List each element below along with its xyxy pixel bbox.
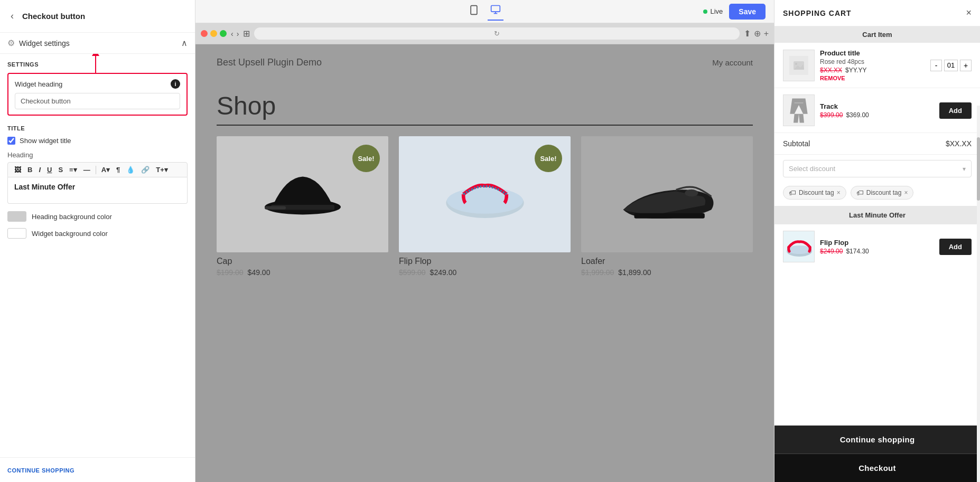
toolbar-hr-button[interactable]: —	[81, 165, 92, 175]
toolbar-paragraph-button[interactable]: ¶	[114, 165, 122, 175]
toolbar-link-button[interactable]: 🔗	[139, 165, 152, 175]
cart-item-image-product	[783, 50, 815, 81]
cart-item-title-product: Product title	[820, 49, 925, 57]
desktop-device-button[interactable]	[488, 2, 503, 21]
cart-item-section-label: Cart Item	[774, 26, 980, 43]
heading-editor[interactable]: Last Minute Offer	[7, 177, 188, 204]
toolbar-right: Live Save	[512, 4, 766, 20]
upsell-item-image	[783, 231, 815, 262]
site-content: Shop Sale! Cap	[195, 81, 774, 287]
product-card-cap: Sale! Cap $199.00 $49.00	[217, 136, 388, 277]
cart-item-info-track: Track $399.00 $369.00	[820, 102, 934, 119]
cart-footer: Continue shopping Checkout	[774, 426, 980, 482]
cart-item-prices-product: $XX.XX $YY.YY	[820, 67, 925, 74]
placeholder-image-icon	[789, 56, 808, 75]
url-bar: ↻	[254, 27, 739, 40]
panel-title: Checkout button	[22, 12, 85, 21]
loafer-old-price: $1,999.00	[581, 268, 614, 277]
discount-dropdown-arrow-icon: ▾	[963, 165, 966, 173]
widget-heading-area: Widget heading i	[7, 73, 188, 116]
my-account-link[interactable]: My account	[712, 58, 753, 67]
toolbar-italic-button[interactable]: I	[36, 165, 43, 175]
cart-item-image-track	[783, 94, 815, 126]
discount-tag-2-label: Discount tag	[866, 189, 902, 196]
save-button[interactable]: Save	[729, 4, 766, 20]
collapse-button[interactable]: ∧	[181, 38, 188, 48]
upsell-new-price: $174.30	[846, 248, 869, 255]
show-widget-title-checkbox[interactable]	[7, 137, 15, 145]
product-card-flipflop: Sale! Flip Flop $599.00 $249.00	[399, 136, 571, 277]
widget-bg-color-label: Widget background color	[32, 230, 108, 238]
editor-toolbar: 🖼 B I U S ≡▾ — A▾ ¶ 💧 🔗 T+▾	[7, 162, 188, 177]
upsell-flipflop-illustration	[783, 231, 815, 262]
cart-old-price-product: $XX.XX	[820, 67, 842, 74]
subtotal-value: $XX.XX	[946, 139, 972, 148]
top-toolbar: Live Save	[195, 0, 774, 23]
widget-bg-color-row: Widget background color	[7, 228, 188, 239]
cart-item-prices-track: $399.00 $369.00	[820, 111, 934, 119]
toolbar-text-button[interactable]: T+▾	[154, 165, 170, 175]
traffic-light-yellow[interactable]	[210, 30, 217, 37]
qty-increase-button[interactable]: +	[960, 60, 972, 71]
browser-actions: ⬆ ⊕ +	[744, 29, 769, 39]
sidebar-toggle-button[interactable]: ⊞	[243, 29, 250, 39]
refresh-icon: ↻	[494, 30, 500, 37]
save-live-area: Live Save	[703, 4, 766, 20]
discount-tag-2[interactable]: 🏷 Discount tag ×	[851, 186, 914, 200]
shop-title: Shop	[217, 91, 753, 120]
bookmark-button[interactable]: ⊕	[754, 29, 761, 39]
forward-nav-button[interactable]: ›	[237, 30, 239, 38]
tag-icon-1: 🏷	[789, 188, 796, 197]
discount-tag-2-remove-icon[interactable]: ×	[904, 189, 908, 196]
svg-point-14	[795, 63, 797, 65]
title-section-label: TITLE	[7, 125, 188, 131]
widget-bg-color-swatch[interactable]	[7, 228, 26, 239]
toolbar-image-button[interactable]: 🖼	[12, 165, 23, 175]
live-dot	[703, 10, 707, 14]
toolbar-bold-button[interactable]: B	[25, 165, 34, 175]
toolbar-underline-button[interactable]: U	[45, 165, 54, 175]
discount-tag-1-remove-icon[interactable]: ×	[837, 189, 841, 196]
continue-shopping-button[interactable]: Continue shopping	[774, 426, 980, 453]
toolbar-align-button[interactable]: ≡▾	[67, 165, 79, 175]
back-button[interactable]: ‹	[8, 8, 16, 24]
widget-heading-input[interactable]	[15, 93, 180, 109]
heading-bg-color-row: Heading background color	[7, 211, 188, 222]
toolbar-font-button[interactable]: A▾	[99, 165, 112, 175]
cart-close-button[interactable]: ×	[966, 7, 972, 18]
discount-dropdown[interactable]: Select discount ▾	[783, 160, 972, 177]
share-button[interactable]: ⬆	[744, 29, 751, 39]
product-card-loafer: Loafer $1,999.00 $1,899.00	[581, 136, 753, 277]
cap-sale-badge: Sale!	[352, 145, 380, 172]
track-add-button[interactable]: Add	[939, 102, 972, 119]
live-indicator: Live	[703, 7, 723, 15]
right-panel: SHOPPING CART × Cart Item Product title …	[774, 0, 980, 482]
product-image-cap: Sale!	[217, 136, 388, 252]
back-nav-button[interactable]: ‹	[231, 30, 234, 38]
upsell-add-button[interactable]: Add	[939, 239, 972, 255]
cart-header: SHOPPING CART ×	[774, 0, 980, 26]
upsell-old-price: $249.00	[820, 248, 843, 255]
qty-decrease-button[interactable]: -	[930, 60, 942, 71]
mobile-device-button[interactable]	[466, 2, 481, 21]
heading-bg-color-swatch[interactable]	[7, 211, 26, 222]
more-button[interactable]: +	[764, 29, 769, 39]
toolbar-ink-button[interactable]: 💧	[124, 165, 137, 175]
upsell-item-title: Flip Flop	[820, 239, 934, 247]
widget-settings-bar: ⚙ Widget settings ∧	[0, 33, 195, 54]
traffic-light-green[interactable]	[220, 30, 227, 37]
checkout-button[interactable]: Checkout	[774, 453, 980, 482]
site-header: Best Upsell Plugin Demo My account	[195, 44, 774, 81]
discount-tag-1[interactable]: 🏷 Discount tag ×	[783, 186, 846, 200]
browser-content: Best Upsell Plugin Demo My account Shop	[195, 44, 774, 482]
cart-remove-button[interactable]: REMOVE	[820, 75, 925, 81]
site-title: Best Upsell Plugin Demo	[217, 57, 322, 68]
product-image-flipflop: Sale!	[399, 136, 571, 252]
loafer-name: Loafer	[581, 257, 753, 266]
toolbar-strikethrough-button[interactable]: S	[56, 165, 65, 175]
product-image-loafer	[581, 136, 753, 252]
quantity-control: - 01 +	[930, 60, 972, 71]
traffic-light-red[interactable]	[201, 30, 208, 37]
svg-point-10	[685, 190, 698, 196]
loafer-illustration	[614, 152, 720, 237]
